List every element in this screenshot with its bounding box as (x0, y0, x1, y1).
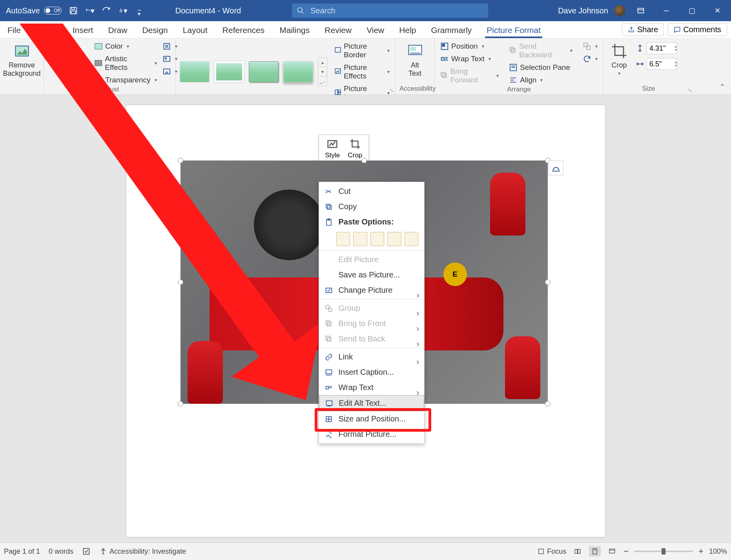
size-launcher-icon[interactable]: ⤡ (688, 87, 693, 93)
mini-crop-button[interactable]: Crop (344, 137, 366, 160)
ctx-save-as-picture[interactable]: Save as Picture... (319, 267, 424, 283)
ribbon-display-icon[interactable] (631, 3, 651, 18)
word-count[interactable]: 0 words (49, 547, 73, 556)
save-icon[interactable] (69, 6, 78, 15)
zoom-in-icon[interactable]: + (698, 546, 704, 556)
ctx-edit-picture: Edit Picture (319, 252, 424, 267)
print-layout-icon[interactable] (589, 546, 601, 556)
tab-insert[interactable]: Insert (71, 26, 95, 38)
user-avatar[interactable] (614, 5, 625, 16)
ctx-change-picture[interactable]: Change Picture (319, 283, 424, 298)
collapse-ribbon-icon[interactable]: ⌃ (719, 82, 726, 91)
redo-icon[interactable] (102, 6, 111, 15)
align-button[interactable]: Align (507, 75, 574, 86)
tab-references[interactable]: References (221, 26, 266, 38)
page-indicator[interactable]: Page 1 of 1 (4, 547, 40, 556)
tab-view[interactable]: View (365, 26, 386, 38)
web-layout-icon[interactable] (606, 546, 618, 556)
tab-mailings[interactable]: Mailings (278, 26, 311, 38)
position-button[interactable]: Position (439, 41, 500, 52)
style-thumb-2[interactable] (214, 61, 244, 82)
zoom-slider[interactable] (634, 551, 693, 552)
close-button[interactable]: ✕ (707, 3, 727, 18)
share-button[interactable]: Share (622, 23, 664, 36)
ctx-insert-caption[interactable]: Insert Caption... (319, 365, 424, 380)
page: Style Crop E (126, 105, 605, 537)
color-button[interactable]: Color (93, 41, 158, 52)
gallery-up-icon[interactable]: ▴ (318, 58, 327, 67)
tab-layout[interactable]: Layout (181, 26, 209, 38)
svg-point-19 (165, 58, 166, 59)
tab-home[interactable]: Home (34, 26, 59, 38)
styles-launcher-icon[interactable]: ⤡ (389, 87, 394, 93)
rotate-button[interactable] (581, 53, 599, 64)
tab-picture-format[interactable]: Picture Format (485, 26, 542, 38)
paste-opt-1[interactable] (336, 232, 350, 246)
qat-customize-icon[interactable]: ⎯▾ (135, 6, 144, 15)
gallery-more-icon[interactable]: ⎯▾ (318, 77, 327, 86)
gallery-down-icon[interactable]: ▾ (318, 67, 327, 77)
wrap-text-button[interactable]: Wrap Text (439, 53, 500, 64)
send-backward-button[interactable]: Send Backward (507, 41, 574, 60)
layout-options-icon[interactable] (549, 161, 563, 175)
focus-button[interactable]: Focus (538, 547, 566, 556)
tab-review[interactable]: Review (323, 26, 353, 38)
undo-icon[interactable]: ▾ (85, 6, 95, 15)
spellcheck-icon[interactable] (82, 547, 91, 556)
ctx-cut[interactable]: ✂Cut (319, 184, 424, 199)
width-input[interactable]: 6.5"▴▾ (647, 58, 677, 70)
tab-design[interactable]: Design (140, 26, 169, 38)
paste-opt-2[interactable] (353, 232, 367, 246)
corrections-button[interactable]: Corrections▾ (48, 41, 90, 86)
group-button[interactable] (581, 41, 599, 52)
paste-opt-5[interactable] (405, 232, 419, 246)
maximize-button[interactable]: ▢ (682, 3, 702, 18)
toggle-switch-icon[interactable]: Off (44, 7, 62, 15)
paste-options-row (319, 230, 424, 249)
group-picture-styles: ▴ ▾ ⎯▾ Picture Border Picture Effects Pi… (176, 38, 396, 95)
bring-forward-button[interactable]: Bring Forward (439, 66, 500, 86)
zoom-out-icon[interactable]: − (623, 546, 629, 556)
styles-gallery[interactable]: ▴ ▾ ⎯▾ (180, 57, 327, 86)
style-thumb-1[interactable] (180, 61, 210, 82)
ctx-copy[interactable]: Copy (319, 199, 424, 214)
style-thumb-4[interactable] (283, 61, 313, 82)
accessibility-status[interactable]: Accessibility: Investigate (99, 547, 186, 556)
picture-border-button[interactable]: Picture Border (333, 41, 391, 60)
zoom-level[interactable]: 100% (709, 547, 727, 556)
gallery-scroll[interactable]: ▴ ▾ ⎯▾ (318, 57, 327, 86)
read-mode-icon[interactable] (572, 546, 583, 556)
tab-help[interactable]: Help (397, 26, 417, 38)
artistic-effects-button[interactable]: Artistic Effects (93, 53, 158, 73)
tab-draw[interactable]: Draw (106, 26, 129, 38)
picture-effects-button[interactable]: Picture Effects (333, 62, 391, 82)
svg-rect-62 (326, 370, 332, 374)
alt-text-button[interactable]: Alt Text (399, 41, 430, 79)
focus-icon (538, 548, 545, 555)
change-pic-icon (162, 55, 171, 63)
remove-background-button[interactable]: Remove Background (4, 41, 40, 79)
comments-button[interactable]: Comments (668, 23, 727, 36)
search-input[interactable]: Search (292, 4, 488, 18)
touch-mode-icon[interactable]: ▾ (118, 6, 128, 15)
height-input[interactable]: 4.31"▴▾ (647, 42, 677, 54)
ctx-wrap-text[interactable]: Wrap Text (319, 380, 424, 395)
tab-grammarly[interactable]: Grammarly (429, 26, 473, 38)
minimize-button[interactable]: ─ (656, 3, 676, 18)
autosave-toggle[interactable]: AutoSave Off (6, 6, 62, 15)
selection-pane-button[interactable]: Selection Pane (507, 62, 574, 73)
paste-opt-4[interactable] (387, 232, 401, 246)
paste-opt-3[interactable] (370, 232, 385, 246)
user-name: Dave Johnson (558, 6, 608, 15)
context-menu: ✂Cut Copy Paste Options: Edit Picture Sa… (319, 182, 425, 444)
crop-button[interactable]: Crop▾ (607, 41, 631, 78)
style-thumb-3[interactable] (249, 61, 279, 82)
svg-rect-76 (593, 549, 597, 554)
ctx-link[interactable]: Link (319, 349, 424, 365)
transparency-button[interactable]: Transparency (93, 75, 158, 86)
svg-rect-31 (441, 57, 444, 60)
group-arrange: Position Wrap Text Bring Forward Send Ba… (435, 38, 603, 95)
alt-text-ctx-icon (325, 399, 334, 408)
mini-style-button[interactable]: Style (321, 137, 344, 160)
tab-file[interactable]: File (6, 26, 22, 38)
